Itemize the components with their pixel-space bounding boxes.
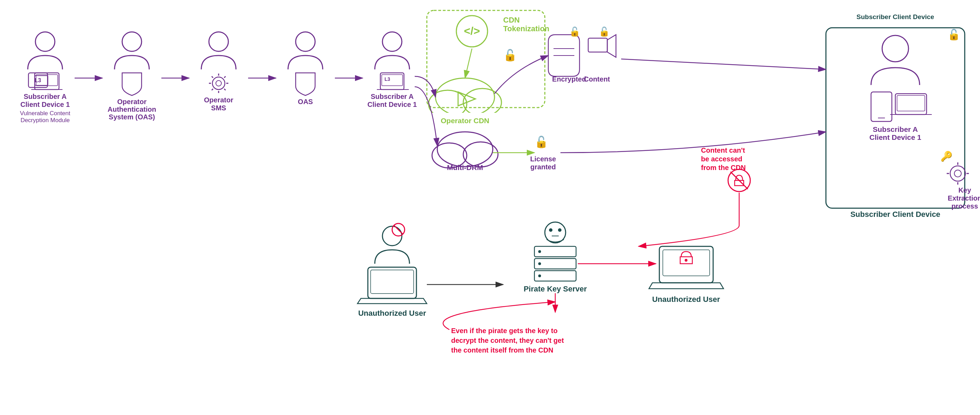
svg-text:SMS: SMS [211,104,226,112]
svg-marker-61 [607,35,616,57]
svg-point-17 [122,32,142,51]
svg-text:the content itself from the CD: the content itself from the CDN [451,346,553,354]
svg-point-73 [882,35,908,62]
svg-point-22 [209,32,228,51]
svg-point-23 [212,77,225,89]
svg-point-36 [296,32,315,51]
svg-text:Content: Content [584,75,610,83]
svg-text:Key: Key [958,186,972,194]
svg-text:Extraction: Extraction [948,194,980,202]
svg-line-93 [465,49,472,78]
svg-text:from the CDN: from the CDN [701,164,746,172]
svg-line-103 [394,226,402,234]
svg-text:Subscriber A: Subscriber A [371,93,414,100]
svg-line-31 [212,89,213,90]
svg-text:L3: L3 [385,76,390,82]
svg-text:Operator: Operator [204,96,234,104]
svg-text:Authentication: Authentication [108,105,156,113]
svg-text:Encrypted: Encrypted [552,75,586,83]
svg-point-122 [685,259,687,262]
svg-text:Vulnerable Content: Vulnerable Content [20,110,70,117]
svg-text:Multi-DRM: Multi-DRM [447,164,483,172]
svg-text:Content can't: Content can't [701,146,745,154]
svg-text:decrypt the content, they can': decrypt the content, they can't get [451,337,564,344]
svg-point-115 [538,262,541,265]
svg-rect-105 [371,270,414,294]
svg-line-95 [621,59,826,69]
svg-line-32 [224,76,226,78]
svg-text:🔓: 🔓 [947,29,961,41]
svg-text:granted: granted [530,163,555,171]
svg-rect-76 [895,94,927,114]
svg-text:Unauthorized User: Unauthorized User [358,309,426,318]
svg-point-110 [558,228,562,232]
svg-point-113 [538,250,541,253]
svg-text:🔓: 🔓 [599,26,610,37]
svg-text:Operator CDN: Operator CDN [441,117,489,124]
svg-text:Subscriber Client Device: Subscriber Client Device [850,210,940,219]
svg-text:</>: </> [464,25,480,37]
svg-text:System (OAS): System (OAS) [109,113,155,121]
svg-point-84 [954,170,961,177]
svg-text:🔓: 🔓 [535,135,548,148]
svg-rect-4 [826,28,965,208]
svg-rect-60 [588,38,607,52]
svg-text:OAS: OAS [298,98,313,105]
svg-text:Client Device 1: Client Device 1 [21,101,70,108]
svg-point-117 [538,275,541,277]
svg-point-109 [549,228,552,232]
svg-text:CDN: CDN [503,16,520,24]
diagram-container: L3 Subscriber A Client Device 1 Vulnerab… [0,0,980,415]
svg-rect-40 [380,73,404,89]
svg-text:Tokenization: Tokenization [503,24,549,33]
svg-point-24 [216,81,221,86]
svg-text:Subscriber Client Device: Subscriber Client Device [856,13,934,21]
svg-rect-74 [871,92,892,121]
svg-line-29 [212,76,213,78]
svg-text:Even if the pirate gets the ke: Even if the pirate gets the key to [451,327,558,334]
svg-rect-77 [897,95,925,111]
svg-text:Subscriber A: Subscriber A [873,125,918,133]
svg-text:🔓: 🔓 [503,49,517,62]
svg-line-97 [730,172,748,189]
svg-text:Decryption Module: Decryption Module [21,117,70,124]
svg-text:Client Device 1: Client Device 1 [368,101,417,108]
svg-text:🔑: 🔑 [940,151,953,162]
svg-text:Unauthorized User: Unauthorized User [652,295,720,304]
svg-text:be accessed: be accessed [701,155,742,163]
svg-text:Pirate Key Server: Pirate Key Server [523,285,587,293]
svg-point-5 [35,32,55,51]
svg-point-83 [950,166,966,181]
svg-text:🔓: 🔓 [569,26,581,37]
svg-text:L3: L3 [35,77,41,83]
svg-text:Operator: Operator [117,98,147,105]
svg-text:Subscriber A: Subscriber A [24,93,67,100]
svg-text:Client Device 1: Client Device 1 [869,133,921,141]
svg-rect-121 [663,250,710,276]
svg-line-30 [224,89,226,90]
svg-point-39 [382,32,402,51]
svg-text:License: License [530,155,556,163]
svg-text:process: process [951,202,978,210]
